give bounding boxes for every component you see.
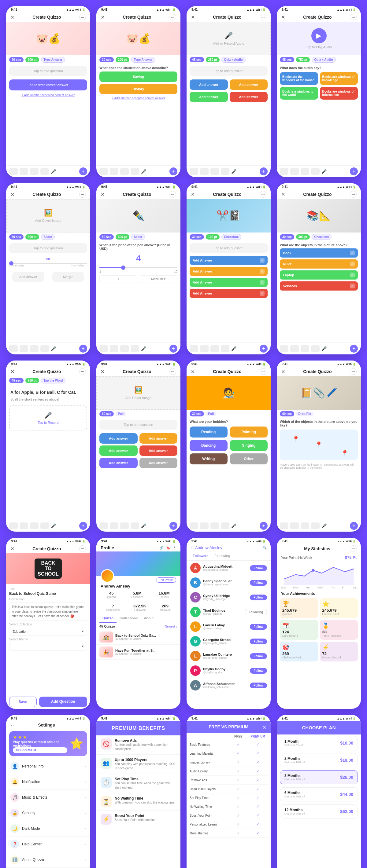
audio-play-area[interactable]: ▶ Tap to Play Audio [277, 22, 361, 55]
back-button[interactable]: ← [281, 547, 284, 551]
follow-button[interactable]: Follow [250, 683, 267, 688]
cover-image[interactable]: 🖼️ Add Cover Image [96, 376, 180, 410]
answer-option[interactable]: History [100, 84, 177, 94]
more-icon[interactable]: ⋮ [173, 546, 176, 550]
tab-following[interactable]: Following [211, 552, 233, 560]
close-button[interactable]: ✕ [191, 369, 195, 375]
go-premium-button[interactable]: GO PREMIUM [13, 747, 67, 753]
hobby-option[interactable]: Reading [190, 427, 228, 437]
share-icon[interactable]: 🔗 [159, 546, 164, 550]
add-question-button[interactable]: + [350, 345, 358, 352]
mic-icon[interactable]: 🎤 [141, 523, 146, 528]
control-badge-1[interactable]: 500 pt [25, 234, 39, 240]
more-button[interactable]: ••• [79, 368, 86, 375]
settings-item-dark-mode[interactable]: 🌙 Dark Mode › [6, 821, 90, 837]
more-button[interactable]: ••• [260, 368, 266, 375]
back-button[interactable]: ← [10, 723, 14, 727]
close-button[interactable]: ✕ [10, 192, 15, 197]
more-button[interactable]: ••• [79, 191, 86, 198]
more-button[interactable]: ••• [169, 14, 176, 21]
mic-icon[interactable]: 🎤 [51, 346, 56, 351]
save-button[interactable]: Save [9, 696, 37, 707]
more-button[interactable]: ••• [169, 368, 176, 375]
answer-option[interactable]: Add answer [100, 433, 138, 444]
time-badge[interactable]: 30 sec [190, 411, 204, 416]
close-button[interactable]: ✕ [101, 14, 105, 20]
control-badge-1[interactable]: 250 pt [206, 57, 220, 62]
time-badge[interactable]: 60 sec [280, 411, 294, 416]
hobby-option[interactable]: Writing [190, 454, 228, 464]
add-question-button[interactable]: + [260, 345, 267, 352]
collection-select[interactable]: Education▾ [9, 627, 87, 636]
more-button[interactable]: ••• [350, 191, 357, 198]
hobby-option[interactable]: Dancing [190, 440, 228, 451]
follow-button[interactable]: Follow [250, 668, 267, 674]
add-question-button[interactable]: Add Question [39, 696, 87, 707]
answer-option[interactable]: Add answer [190, 80, 228, 90]
question-input[interactable]: Tap to add question [100, 420, 177, 430]
close-button[interactable]: ✕ [191, 192, 195, 197]
answer-option[interactable]: Books are windows of knowledge [320, 72, 358, 85]
control-badge-0[interactable]: 20 sec [9, 57, 24, 62]
add-question-button[interactable]: + [169, 522, 177, 530]
close-button[interactable]: ✕ [281, 369, 285, 375]
mic-icon[interactable]: 🎤 [231, 346, 236, 351]
theme-select[interactable]: ▾ [9, 642, 87, 651]
add-question-button[interactable]: + [260, 522, 267, 530]
close-button[interactable]: ✕ [101, 369, 105, 375]
mic-icon[interactable]: 🎤 [231, 523, 236, 528]
more-button[interactable]: ••• [169, 191, 176, 198]
more-button[interactable]: ••• [79, 546, 86, 552]
question-input[interactable]: Tap to add question [9, 66, 87, 76]
answer-option[interactable]: Book ✓ [280, 248, 358, 257]
plan-item[interactable]: 2 Months Get over 10% off $18.00 [280, 753, 358, 767]
answer-option[interactable]: Ruler ✓ [280, 259, 358, 269]
answer-option[interactable]: Add answer [139, 458, 178, 468]
add-question-button[interactable]: + [79, 345, 87, 352]
control-badge-2[interactable]: Type Answer [41, 57, 65, 63]
mic-icon[interactable]: 🎤 [321, 346, 327, 351]
close-button[interactable]: ✕ [191, 14, 195, 20]
control-badge-2[interactable]: Slider [41, 234, 55, 240]
follow-button[interactable]: Follow [250, 580, 267, 586]
answer-option[interactable]: Books are the windows of the house [280, 72, 318, 85]
add-question-button[interactable]: + [350, 522, 358, 530]
poll-badge[interactable]: Poll [206, 411, 216, 416]
control-badge-2[interactable]: Checkbox [312, 234, 332, 240]
close-button[interactable]: ✕ [10, 369, 15, 375]
time-badge[interactable]: 30 sec [100, 411, 114, 416]
close-button[interactable]: ✕ [10, 546, 15, 552]
answer-option[interactable]: Add Answer ✓ [190, 278, 267, 287]
question-input[interactable]: Tap to add question [9, 243, 87, 253]
more-button[interactable]: ••• [350, 14, 357, 21]
close-button[interactable]: ✕ [10, 14, 15, 20]
answer-option[interactable]: Saving [100, 71, 177, 82]
hobby-option[interactable]: Painting [230, 427, 268, 437]
control-badge-0[interactable]: 45 sec [9, 378, 24, 383]
plan-item[interactable]: 3 Months Get over 15% off $26.00 [280, 770, 358, 784]
follow-button[interactable]: Follow [250, 624, 267, 630]
follow-button[interactable]: Follow [250, 653, 267, 659]
quiz-card[interactable]: 🎉 Have Fun Together at S... 23 Quizzo • … [96, 645, 180, 660]
control-badge-1[interactable]: 750 pt [296, 57, 310, 62]
answer-option[interactable]: Add answer [230, 80, 268, 90]
settings-item-about-quizzo[interactable]: ℹ️ About Quizzo › [6, 852, 90, 868]
cover-image[interactable]: 🖼️ Add Cover Image [6, 199, 90, 232]
answer-option[interactable]: Add Answer ✓ [190, 289, 267, 298]
desc-value[interactable]: This is a back to school quizzo. Let's m… [9, 602, 87, 621]
control-badge-0[interactable]: 45 sec [280, 57, 294, 62]
more-button[interactable]: ••• [260, 14, 266, 21]
settings-item-personal-info[interactable]: 👤 Personal Info › [6, 758, 90, 774]
control-badge-0[interactable]: 45 sec [190, 57, 204, 62]
tab-followers[interactable]: Followers [190, 552, 211, 560]
add-question-button[interactable]: + [169, 167, 177, 175]
plan-item[interactable]: 6 Months Get over 20% off $44.00 [280, 787, 358, 801]
control-badge-0[interactable]: 20 sec [100, 57, 114, 62]
settings-item-notification[interactable]: 🔔 Notification › [6, 774, 90, 790]
close-icon[interactable]: ✕ [262, 724, 266, 730]
tab-quizzo[interactable]: Quizzo [100, 614, 116, 623]
mic-icon[interactable]: 🎤 [51, 169, 56, 174]
add-question-button[interactable]: + [260, 167, 267, 175]
answer-option[interactable]: Add Answer ✓ [190, 256, 267, 265]
close-button[interactable]: ✕ [101, 192, 105, 197]
